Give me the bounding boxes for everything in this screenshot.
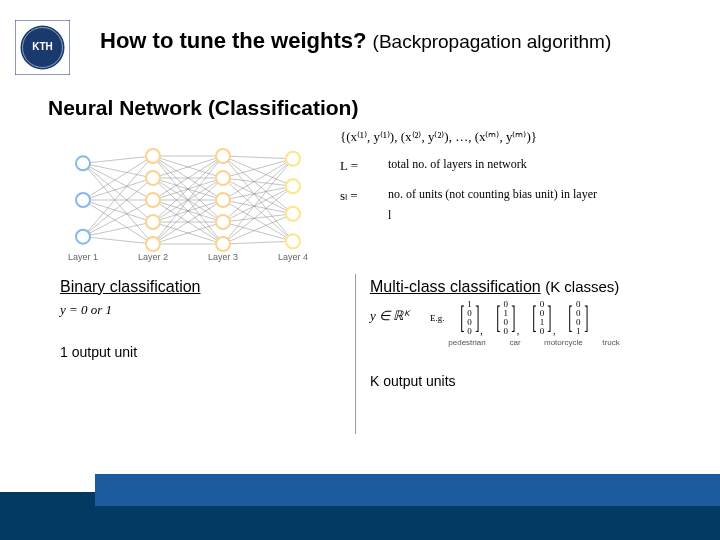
svg-line-13 (83, 200, 153, 244)
dataset-notation: {(x⁽¹⁾, y⁽¹⁾), (x⁽²⁾, y⁽²⁾), …, (x⁽ᵐ⁾, y… (340, 125, 598, 148)
vector-1: [0100], (493, 300, 519, 336)
svg-point-80 (286, 234, 300, 248)
svg-text:KTH: KTH (32, 41, 53, 52)
svg-line-57 (223, 186, 293, 222)
slide-footer (0, 474, 720, 540)
multi-eq: y ∈ ℝᴷ (370, 298, 424, 324)
svg-point-72 (216, 149, 230, 163)
svg-line-18 (83, 237, 153, 244)
svg-point-75 (216, 215, 230, 229)
svg-line-16 (83, 200, 153, 237)
layer1-label: Layer 1 (68, 252, 98, 262)
binary-heading: Binary classification (60, 278, 201, 296)
svg-point-70 (146, 215, 160, 229)
svg-line-14 (83, 156, 153, 237)
sl-definition: sₗ = no. of units (not counting bias uni… (340, 184, 598, 227)
vector-0: [1000], (457, 300, 483, 336)
definitions: {(x⁽¹⁾, y⁽¹⁾), (x⁽²⁾, y⁽²⁾), …, (x⁽ᵐ⁾, y… (340, 125, 598, 233)
svg-line-7 (83, 163, 153, 222)
example-vectors: E.g. [1000],[0100],[0010],[0001] (430, 300, 630, 336)
svg-line-63 (223, 241, 293, 244)
L-definition: L = total no. of layers in network (340, 154, 598, 177)
svg-point-73 (216, 171, 230, 185)
svg-point-69 (146, 193, 160, 207)
kth-logo: KTH (15, 20, 70, 75)
neural-network-diagram (58, 130, 318, 270)
layer4-label: Layer 4 (278, 252, 308, 262)
svg-line-15 (83, 178, 153, 237)
svg-line-8 (83, 163, 153, 244)
vector-2: [0010], (529, 300, 555, 336)
svg-point-64 (76, 156, 90, 170)
svg-line-45 (223, 156, 293, 186)
svg-point-68 (146, 171, 160, 185)
svg-line-62 (223, 214, 293, 244)
vector-3: [0001] (565, 300, 591, 336)
section-heading: Neural Network (Classification) (48, 96, 358, 120)
multi-heading: Multi-class classification (K classes) (370, 278, 630, 296)
multiclass-classification-section: Multi-class classification (K classes) y… (370, 278, 630, 389)
svg-line-60 (223, 159, 293, 244)
slide-title: How to tune the weights? (Backpropagatio… (100, 28, 611, 54)
svg-point-65 (76, 193, 90, 207)
svg-point-66 (76, 230, 90, 244)
svg-line-50 (223, 178, 293, 214)
binary-eq: y = 0 or 1 (60, 302, 201, 318)
svg-line-6 (83, 163, 153, 200)
svg-line-4 (83, 156, 153, 163)
svg-point-67 (146, 149, 160, 163)
svg-point-78 (286, 179, 300, 193)
vector-labels: pedestriancarmotorcycletruck (448, 338, 630, 347)
svg-point-77 (286, 152, 300, 166)
title-main: How to tune the weights? (100, 28, 366, 53)
layer2-label: Layer 2 (138, 252, 168, 262)
svg-line-47 (223, 156, 293, 241)
multi-output-units: K output units (370, 373, 630, 389)
title-sub: (Backpropagation algorithm) (373, 31, 612, 52)
svg-point-71 (146, 237, 160, 251)
layer3-label: Layer 3 (208, 252, 238, 262)
svg-line-9 (83, 156, 153, 200)
svg-point-76 (216, 237, 230, 251)
vertical-divider (355, 274, 356, 434)
svg-line-44 (223, 156, 293, 159)
svg-point-79 (286, 207, 300, 221)
svg-point-74 (216, 193, 230, 207)
binary-output-units: 1 output unit (60, 344, 201, 360)
svg-line-53 (223, 186, 293, 200)
binary-classification-section: Binary classification y = 0 or 1 1 outpu… (60, 278, 201, 360)
svg-line-54 (223, 200, 293, 214)
